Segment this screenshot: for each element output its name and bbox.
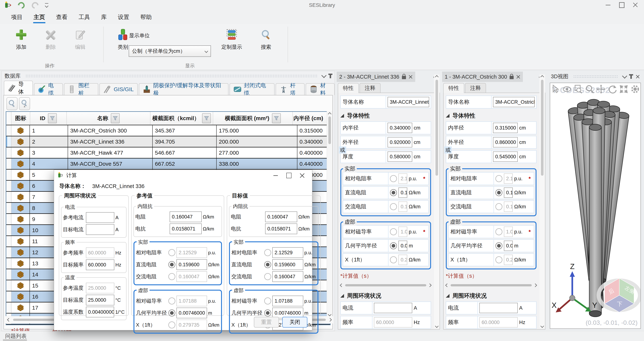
pan-icon[interactable]	[596, 85, 606, 94]
panel-horizontal-scrollbar[interactable]	[446, 282, 536, 289]
value-input[interactable]: 60.0000	[374, 317, 412, 327]
menu-item-help[interactable]: 帮助	[135, 10, 157, 24]
value-input[interactable]: 0.00746000	[398, 241, 407, 251]
tab-material[interactable]: 材料	[306, 83, 335, 95]
row-gutter[interactable]	[6, 269, 12, 280]
close-button[interactable]	[628, 0, 642, 10]
header-mm2[interactable]: 横截面面积 (mm²)	[213, 112, 293, 125]
radio-button[interactable]	[496, 256, 502, 263]
value-input[interactable]: 0.545000	[493, 152, 518, 162]
scroll-left-icon[interactable]	[445, 283, 449, 287]
row-gutter[interactable]	[6, 236, 12, 246]
chevron-down-icon[interactable]	[321, 73, 326, 78]
tab-cable[interactable]: 电缆	[34, 83, 63, 95]
tab-cathodic-protection[interactable]: 阴极保护/缓解导体及带状阳极	[139, 83, 228, 95]
menu-item-library[interactable]: 库	[96, 10, 112, 24]
menu-item-tools[interactable]: 工具	[73, 10, 96, 24]
scroll-right-icon[interactable]	[534, 283, 537, 287]
value-input[interactable]: 0.0158071	[265, 223, 297, 234]
value-input[interactable]: 0.340000	[388, 123, 412, 133]
value-input[interactable]: 0.182600	[504, 187, 513, 198]
value-input[interactable]: 0.00697000	[504, 241, 513, 251]
value-input[interactable]: 0.159600	[176, 259, 207, 270]
tab-properties[interactable]: 特性	[338, 83, 359, 93]
row-gutter[interactable]	[6, 159, 12, 169]
radio-button[interactable]	[168, 321, 175, 328]
value-input[interactable]: 60.0000	[86, 259, 114, 270]
cell-id[interactable]: 4	[30, 159, 68, 169]
value-input[interactable]: 0.00400000	[86, 307, 114, 317]
radio-button[interactable]	[496, 175, 502, 182]
radio-button[interactable]	[168, 309, 175, 316]
value-input[interactable]: 0.159600	[398, 187, 407, 198]
value-input[interactable]: 1.06965	[504, 227, 513, 237]
name-input[interactable]: 3M-ACCR_Linnet 336	[388, 97, 429, 107]
radio-button[interactable]	[168, 261, 175, 268]
value-input[interactable]: 1.07188	[176, 296, 207, 306]
chevron-down-icon[interactable]	[622, 74, 627, 79]
value-input[interactable]: 0.580000	[388, 152, 412, 162]
zoom-window-icon[interactable]	[574, 85, 583, 94]
radio-button[interactable]	[496, 203, 502, 210]
value-input[interactable]: 1.07188	[398, 227, 407, 237]
cell-name[interactable]: 3M-ACCR_Linnet 336	[68, 136, 153, 147]
search-button[interactable]: 搜索	[252, 29, 280, 51]
expander-icon[interactable]	[446, 294, 450, 298]
pin-icon[interactable]	[630, 74, 632, 79]
scroll-up-icon[interactable]	[328, 112, 332, 116]
radio-button[interactable]	[390, 189, 397, 196]
value-input[interactable]	[86, 212, 114, 223]
scrollbar-thumb[interactable]	[345, 284, 426, 286]
scroll-up-icon[interactable]	[540, 75, 544, 79]
rotate-icon[interactable]	[608, 85, 617, 94]
value-input[interactable]: 2.12529	[398, 173, 407, 184]
menu-item-home[interactable]: 主页	[28, 10, 50, 24]
cell-mm2[interactable]: 200.000	[217, 136, 297, 147]
value-input[interactable]: 0.00746000	[176, 308, 207, 318]
maximize-button[interactable]	[615, 0, 628, 10]
close-tab-icon[interactable]	[516, 75, 520, 79]
value-input[interactable]: 0.159600	[272, 259, 303, 270]
value-input[interactable]: 0.920000	[388, 137, 412, 147]
header-radius[interactable]: 内半径 (cm)	[293, 112, 324, 125]
panel-tab[interactable]: 2 - 3M-ACCR_Linnet 336	[337, 72, 415, 82]
cell-mm2[interactable]: 175.000	[217, 125, 297, 136]
radio-button[interactable]	[264, 249, 271, 256]
scroll-right-icon[interactable]	[328, 318, 332, 322]
row-gutter[interactable]	[6, 214, 12, 224]
value-input[interactable]	[479, 303, 518, 313]
radio-button[interactable]	[168, 297, 175, 304]
row-gutter[interactable]	[6, 302, 12, 313]
unit-dropdown[interactable]: 公制（半径单位为cm）	[129, 45, 211, 57]
value-input[interactable]: 0.0158071	[170, 223, 202, 234]
zoom-icon[interactable]	[585, 85, 594, 94]
scrollbar-thumb[interactable]	[541, 80, 544, 176]
cell-mm2[interactable]: 277.000	[217, 147, 297, 158]
value-input[interactable]: 0.160047	[272, 271, 303, 282]
value-input[interactable]: 0.279735	[398, 255, 407, 265]
cell-id[interactable]: 2	[30, 136, 68, 147]
cell-kcmil[interactable]: 345.367	[153, 125, 217, 136]
drag-texture[interactable]	[573, 75, 618, 78]
radio-button[interactable]	[264, 273, 271, 280]
section-ambient[interactable]: 周围环境状况	[340, 292, 431, 300]
tab-fence-post[interactable]: 围栏桩	[64, 83, 98, 95]
drag-texture[interactable]	[26, 74, 317, 78]
close-panel-icon[interactable]	[636, 75, 640, 79]
expander-icon[interactable]	[340, 294, 344, 298]
section-conductor-properties[interactable]: 导体特性	[340, 112, 431, 120]
view-eye-icon[interactable]	[562, 85, 572, 94]
radio-button[interactable]	[390, 256, 397, 263]
cell-kcmil[interactable]: 667.052	[153, 159, 217, 169]
value-input[interactable]: 2.12529	[176, 247, 207, 258]
table-row[interactable]: 2 3M-ACCR_Linnet 336 394.705 200.000 0.3…	[6, 136, 330, 147]
tab-comments[interactable]: 注释	[465, 83, 486, 93]
value-input[interactable]: 1.07188	[272, 296, 303, 306]
clear-find-button[interactable]: x	[19, 97, 30, 110]
radio-button[interactable]	[496, 189, 502, 196]
expander-icon[interactable]	[340, 114, 344, 118]
find-button[interactable]	[6, 97, 18, 110]
table-row[interactable]: 1 3M-ACCR_Ostrich 300 345.367 175.000 0.…	[6, 125, 330, 136]
panel-tab[interactable]: 1 - 3M-ACCR_Ostrich 300	[442, 72, 523, 82]
filter-button[interactable]	[202, 113, 211, 123]
